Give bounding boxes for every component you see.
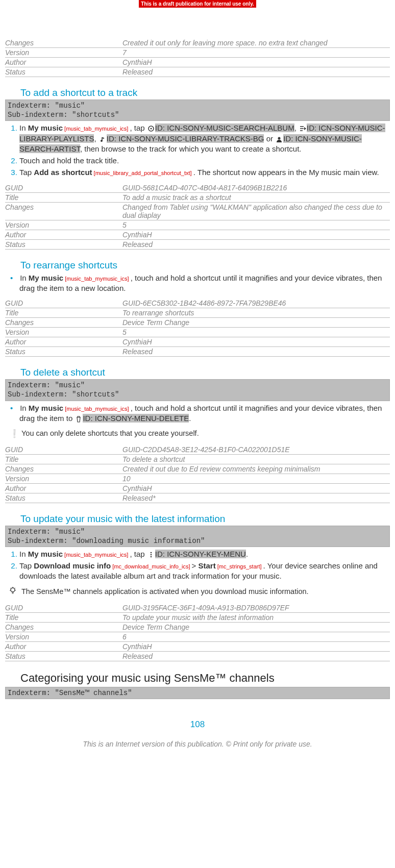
meta-value: CynthiaH	[122, 483, 390, 493]
heading-delete-shortcut: To delete a shortcut	[20, 367, 390, 378]
bulb-icon	[9, 587, 16, 597]
meta-value: CynthiaH	[122, 230, 390, 239]
meta-label: Author	[5, 230, 122, 239]
meta-label: Title	[5, 454, 122, 464]
icn-id: ID: ICN-SONY-MUSIC-SEARCH-ALBUM	[155, 123, 294, 132]
meta-value: CynthiaH	[122, 641, 390, 651]
step-item: In My music [music_tab_mymusic_ics] , to…	[19, 273, 390, 294]
meta-label: Changes	[5, 202, 122, 220]
text: or	[264, 134, 275, 143]
meta-value: Created it out due to Ed review comments…	[122, 464, 390, 474]
indexterm-block: Indexterm: "music" Sub-indexterm: "short…	[5, 100, 390, 121]
meta-value: GUID-5681CA4D-407C-4B04-A817-64096B1B221…	[122, 183, 390, 193]
text: In	[19, 550, 28, 558]
text: . The shortcut now appears in the My mus…	[193, 168, 379, 177]
steps-list: In My music [music_tab_mymusic_ics] , ta…	[5, 549, 390, 582]
meta-label: Status	[5, 67, 122, 77]
meta-table-3: GUIDGUID-C2DD45A8-3E12-4254-B1F0-CA02200…	[5, 445, 390, 503]
step-item: In My music [music_tab_mymusic_ics] , to…	[19, 403, 390, 424]
meta-label: Author	[5, 641, 122, 651]
meta-value: Created it out only for leaving more spa…	[122, 38, 390, 48]
meta-label: GUID	[5, 445, 122, 455]
string-id: [music_tab_mymusic_ics]	[63, 126, 130, 132]
steps-list: In My music [music_tab_mymusic_ics] , ta…	[5, 123, 390, 178]
steps-list: In My music [music_tab_mymusic_ics] , to…	[5, 273, 390, 294]
meta-value: 6	[122, 632, 390, 641]
ui-label: Download music info	[34, 561, 111, 570]
meta-label: Version	[5, 474, 122, 483]
indexterm-block: Indexterm: "music" Sub-indexterm: "downl…	[5, 526, 390, 547]
meta-label: GUID	[5, 299, 122, 308]
meta-value: GUID-3195FACE-36F1-409A-A913-BD7B086D97E…	[122, 603, 390, 613]
meta-label: Changes	[5, 38, 122, 48]
ui-label: My music	[29, 274, 63, 282]
important-icon: ❕	[9, 429, 16, 438]
step-item: Touch and hold the track title.	[19, 156, 390, 166]
string-id: [music_tab_mymusic_ics]	[63, 276, 130, 282]
heading-update-music-info: To update your music with the latest inf…	[20, 513, 390, 525]
heading-add-shortcut-track: To add a shortcut to a track	[20, 87, 390, 98]
meta-label: Changes	[5, 318, 122, 328]
meta-label: Status	[5, 493, 122, 503]
meta-label: Version	[5, 220, 122, 230]
ui-label: Add as shortcut	[34, 168, 92, 177]
text: , tap	[130, 550, 146, 558]
step-item: Tap Download music info [mc_download_mus…	[19, 561, 390, 582]
meta-value: CynthiaH	[122, 58, 390, 67]
meta-label: Author	[5, 483, 122, 493]
meta-value: 5	[122, 328, 390, 337]
meta-label: Author	[5, 337, 122, 347]
meta-value: 5	[122, 220, 390, 230]
text: Tap	[19, 168, 34, 177]
svg-point-6	[151, 556, 152, 558]
text: ,	[94, 134, 98, 143]
meta-label: Version	[5, 48, 122, 58]
text: .	[246, 550, 248, 558]
meta-label: Status	[5, 651, 122, 661]
ui-label: Start	[199, 561, 216, 570]
meta-value: 7	[122, 48, 390, 58]
svg-point-7	[11, 588, 15, 592]
meta-table-0: ChangesCreated it out only for leaving m…	[5, 38, 390, 77]
disc-icon	[147, 125, 155, 132]
meta-label: Changes	[5, 622, 122, 632]
icn-id: ID: ICN-SONY-KEY-MENU	[155, 550, 246, 558]
step-item: In My music [music_tab_mymusic_ics] , ta…	[19, 123, 390, 154]
meta-value: GUID-6EC5B302-1B42-4486-8972-7FA79B29BE4…	[122, 299, 390, 308]
heading-sensme-channels: Categorising your music using SensMe™ ch…	[20, 672, 390, 685]
meta-label: Status	[5, 347, 122, 357]
string-id: [music_tab_mymusic_ics]	[63, 406, 130, 412]
page-number: 108	[5, 720, 390, 730]
text: Tap	[19, 561, 34, 570]
text: , tap	[130, 123, 146, 132]
ui-label: My music	[29, 404, 63, 412]
meta-value: Released	[122, 239, 390, 249]
svg-point-4	[151, 552, 152, 554]
step-item: In My music [music_tab_mymusic_ics] , ta…	[19, 549, 390, 559]
meta-label: Title	[5, 192, 122, 202]
meta-table-1: GUIDGUID-5681CA4D-407C-4B04-A817-64096B1…	[5, 183, 390, 250]
text: >	[192, 561, 199, 570]
meta-label: Version	[5, 328, 122, 337]
trash-icon	[75, 415, 82, 422]
meta-label: GUID	[5, 603, 122, 613]
meta-value: Released	[122, 347, 390, 357]
meta-value: CynthiaH	[122, 337, 390, 347]
svg-point-3	[278, 137, 281, 139]
meta-table-2: GUIDGUID-6EC5B302-1B42-4486-8972-7FA79B2…	[5, 299, 390, 357]
draft-banner: This is a draft publication for internal…	[139, 0, 256, 8]
meta-value: Released*	[122, 493, 390, 503]
meta-value: To rearrange shortcuts	[122, 308, 390, 318]
footer-text: This is an Internet version of this publ…	[5, 740, 390, 748]
important-note: ❕ You can only delete shortcuts that you…	[9, 429, 390, 439]
menu-icon	[147, 551, 155, 558]
meta-value: Device Term Change	[122, 318, 390, 328]
note-icon	[99, 135, 106, 142]
meta-value: Released	[122, 651, 390, 661]
meta-value: To update your music with the latest inf…	[122, 612, 390, 622]
icn-id: ID: ICN-SONY-MUSIC-LIBRARY-TRACKS-BG	[107, 134, 264, 143]
meta-label: Changes	[5, 464, 122, 474]
meta-table-4: GUIDGUID-3195FACE-36F1-409A-A913-BD7B086…	[5, 603, 390, 661]
text: In	[20, 404, 29, 412]
ui-label: My music	[28, 123, 63, 132]
